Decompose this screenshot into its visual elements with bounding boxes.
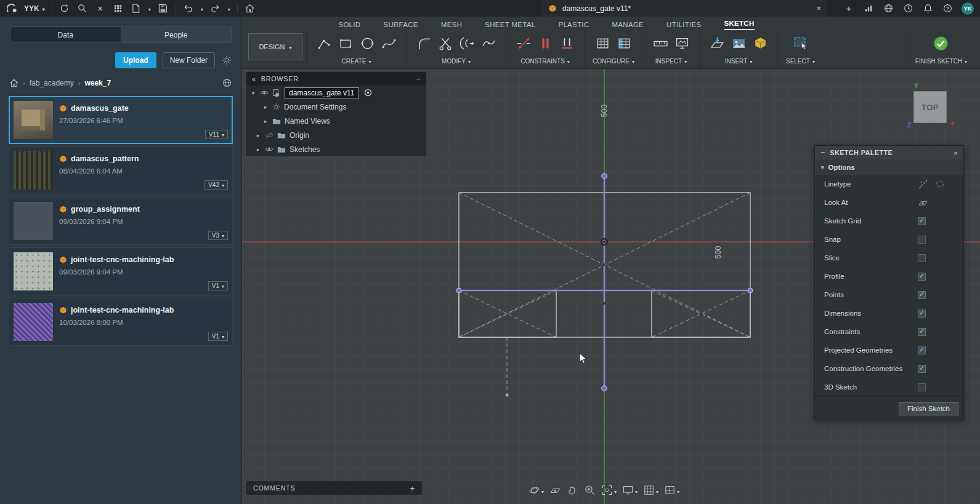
tab-utilities[interactable]: UTILITIES — [666, 21, 701, 30]
add-comment-icon[interactable]: + — [410, 484, 416, 493]
avatar[interactable]: YK — [962, 2, 974, 15]
pan-icon[interactable] — [567, 484, 578, 496]
insert-derive-icon[interactable] — [708, 34, 726, 52]
thumbnail[interactable] — [14, 202, 53, 240]
gear-icon[interactable] — [221, 55, 232, 66]
thumbnail[interactable] — [14, 151, 53, 190]
curve-tool-icon[interactable] — [479, 34, 498, 52]
insert-canvas-icon[interactable] — [729, 34, 748, 52]
tab-people[interactable]: People — [121, 27, 232, 42]
undo-button[interactable] — [183, 3, 203, 14]
group-label-inspect[interactable]: INSPECT — [655, 58, 687, 65]
design-workspace-menu[interactable]: DESIGN — [248, 33, 302, 60]
tree-node[interactable]: ▸ Named Views — [246, 114, 426, 128]
collinear-constraint-icon[interactable] — [557, 34, 576, 52]
visibility-eye-icon[interactable] — [260, 90, 269, 95]
profile-checkbox[interactable] — [918, 273, 926, 281]
notifications-icon[interactable] — [922, 3, 933, 14]
measure-tool-icon[interactable] — [651, 34, 670, 52]
construction-linetype-icon[interactable] — [918, 179, 928, 190]
viewports-icon[interactable] — [664, 484, 679, 496]
look-at-icon[interactable] — [918, 198, 928, 208]
apps-grid-icon[interactable] — [113, 3, 124, 14]
coincident-constraint-icon[interactable] — [536, 34, 554, 52]
tab-sheet-metal[interactable]: SHEET METAL — [485, 21, 535, 30]
chevron-right-icon[interactable]: ▸ — [255, 132, 261, 138]
search-icon[interactable] — [77, 3, 88, 14]
redo-button[interactable] — [210, 3, 230, 14]
zoom-icon[interactable] — [584, 484, 596, 496]
list-item[interactable]: damascus_pattern 08/04/2026 6:04 AM V42 — [9, 146, 233, 194]
file-menu[interactable] — [131, 3, 151, 14]
group-label-configure[interactable]: CONFIGURE — [593, 58, 634, 65]
spline-tool-icon[interactable] — [379, 34, 398, 52]
circle-tool-icon[interactable] — [358, 34, 376, 52]
display-settings-icon[interactable] — [622, 484, 638, 496]
3d-sketch-checkbox[interactable] — [918, 383, 926, 391]
fillet-tool-icon[interactable] — [415, 34, 433, 52]
thumbnail[interactable] — [14, 101, 53, 139]
offset-tool-icon[interactable] — [458, 34, 476, 52]
recent-activity-icon[interactable] — [902, 3, 913, 14]
tab-mesh[interactable]: MESH — [441, 21, 462, 30]
tab-plastic[interactable]: PLASTIC — [558, 21, 589, 30]
list-item[interactable]: joint-test-cnc-machining-lab 09/03/2026 … — [9, 247, 233, 295]
line-tool-icon[interactable] — [315, 34, 333, 52]
home-icon[interactable] — [10, 79, 18, 87]
construction-geometries-checkbox[interactable] — [918, 365, 926, 373]
sync-icon[interactable] — [59, 3, 70, 14]
analysis-tool-icon[interactable] — [673, 34, 691, 52]
help-icon[interactable] — [942, 3, 953, 14]
tree-node[interactable]: ▸ Document Settings — [246, 100, 426, 114]
projected-geometries-checkbox[interactable] — [918, 346, 926, 354]
tab-surface[interactable]: SURFACE — [383, 21, 418, 30]
tab-solid[interactable]: SOLID — [338, 21, 360, 30]
group-label-finish-sketch[interactable]: FINISH SKETCH — [915, 58, 967, 65]
dimensions-checkbox[interactable] — [918, 310, 926, 318]
centerline-linetype-icon[interactable] — [934, 179, 945, 190]
insert-mesh-icon[interactable] — [751, 34, 769, 52]
new-folder-button[interactable]: New Folder — [163, 52, 215, 68]
close-icon[interactable]: × — [95, 3, 106, 14]
select-tool-icon[interactable] — [791, 34, 809, 52]
list-item[interactable]: joint-test-cnc-machining-lab 10/03/2026 … — [9, 298, 233, 346]
open-on-web-icon[interactable] — [222, 78, 232, 87]
snap-checkbox[interactable] — [918, 236, 926, 244]
thumbnail[interactable] — [14, 303, 53, 341]
version-badge[interactable]: V3 — [208, 231, 228, 240]
points-checkbox[interactable] — [918, 291, 926, 299]
upload-button[interactable]: Upload — [115, 52, 156, 68]
new-document-icon[interactable]: + — [843, 3, 854, 14]
view-cube[interactable]: TOP — [913, 91, 947, 123]
configuration-table-icon[interactable] — [594, 34, 612, 52]
version-badge[interactable]: V1 — [208, 332, 228, 341]
tree-node[interactable]: ▸ Origin — [246, 128, 426, 142]
minimize-icon[interactable]: − — [820, 148, 825, 157]
save-icon[interactable] — [158, 3, 169, 14]
tree-node[interactable]: ▸ Sketches — [246, 142, 426, 156]
group-label-insert[interactable]: INSERT — [725, 58, 753, 65]
options-section-header[interactable]: ▾ Options — [815, 159, 963, 175]
chevron-right-icon[interactable]: ▸ — [262, 118, 269, 124]
expand-right-icon[interactable]: » — [954, 149, 958, 156]
grid-settings-icon[interactable] — [643, 484, 658, 496]
document-tab[interactable]: damascus_gate v11* × — [541, 0, 827, 17]
sketch-grid-checkbox[interactable] — [918, 217, 926, 225]
group-label-create[interactable]: CREATE — [342, 58, 371, 65]
online-status-icon[interactable] — [883, 3, 894, 14]
chevron-right-icon[interactable]: ▸ — [255, 146, 261, 153]
viewport-canvas[interactable]: 500 500 « BROWSER − ▾ damascus_gate v11 … — [242, 69, 980, 504]
tab-manage[interactable]: MANAGE — [612, 21, 644, 30]
configuration-columns-icon[interactable] — [615, 34, 634, 52]
sketch-dimension-icon[interactable] — [514, 34, 533, 52]
version-badge[interactable]: V1 — [208, 281, 228, 290]
orbit-icon[interactable] — [528, 484, 544, 496]
visibility-eye-icon[interactable] — [265, 146, 273, 152]
browser-root-row[interactable]: ▾ damascus_gate v11 — [246, 86, 426, 100]
constraints-checkbox[interactable] — [918, 328, 926, 336]
ground-icon[interactable] — [364, 89, 372, 97]
visibility-off-eye-icon[interactable] — [265, 132, 273, 138]
slice-checkbox[interactable] — [918, 254, 926, 262]
list-item[interactable]: damascus_gate 27/03/2026 6:46 PM V11 — [9, 96, 233, 144]
tab-sketch[interactable]: SKETCH — [724, 20, 755, 30]
